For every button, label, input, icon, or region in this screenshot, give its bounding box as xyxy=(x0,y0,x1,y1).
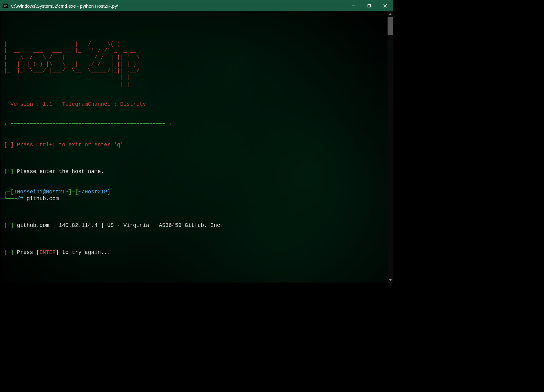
ps-l1-close: ] xyxy=(107,189,111,195)
ascii-banner: _ _ _____ _ | | | | / __ \(_) | |__ ___ … xyxy=(4,34,143,87)
close-button[interactable] xyxy=(377,0,393,11)
version-info: Version : 1.1 ~ TelegramChannel : Distro… xyxy=(4,101,146,107)
exit-prefix: [!] xyxy=(4,142,14,148)
exit-text: Press Ctrl+C to exit or enter 'q' xyxy=(14,142,124,148)
ps-l1-open: ┌─[ xyxy=(4,189,14,195)
retry-after: ] to try again... xyxy=(56,249,111,255)
svg-rect-1 xyxy=(368,5,371,7)
retry-prefix: [+] xyxy=(4,249,14,255)
ps-l1-mid: ]─[ xyxy=(69,189,78,195)
retry-enter: ENTER xyxy=(40,249,56,255)
prompt-prefix: [!] xyxy=(4,168,14,175)
maximize-button[interactable] xyxy=(361,0,377,11)
scrollbar[interactable] xyxy=(388,11,393,283)
cmd-icon: C:\ xyxy=(3,4,8,8)
user-input: github.com xyxy=(23,196,59,202)
scroll-thumb[interactable] xyxy=(388,17,393,35)
titlebar[interactable]: C:\ C:\Windows\System32\cmd.exe - python… xyxy=(0,0,393,11)
prompt-text: Please enter the host name. xyxy=(14,168,104,175)
cmd-window: C:\ C:\Windows\System32\cmd.exe - python… xyxy=(0,0,393,283)
result-text: github.com | 140.82.114.4 | US - Virgini… xyxy=(14,222,224,228)
ps-l2-open: └──╼ xyxy=(4,196,17,202)
terminal-output: _ _ _____ _ | | | | / __ \(_) | |__ ___ … xyxy=(0,11,393,259)
ps-hash: /# xyxy=(17,196,23,202)
minimize-button[interactable] xyxy=(345,0,361,11)
ps-userhost: IHosseini@Host2IP xyxy=(14,189,69,195)
ps-path: ~/Host2IP xyxy=(78,189,108,195)
separator-line: + ======================================… xyxy=(4,121,172,128)
scroll-down-icon[interactable] xyxy=(388,277,393,283)
terminal-area[interactable]: _ _ _____ _ | | | | / __ \(_) | |__ ___ … xyxy=(0,11,393,283)
retry-before: Press [ xyxy=(14,249,40,255)
window-title: C:\Windows\System32\cmd.exe - python Hos… xyxy=(11,3,118,9)
result-prefix: [+] xyxy=(4,222,14,228)
scroll-up-icon[interactable] xyxy=(388,11,393,17)
window-controls xyxy=(345,0,393,11)
